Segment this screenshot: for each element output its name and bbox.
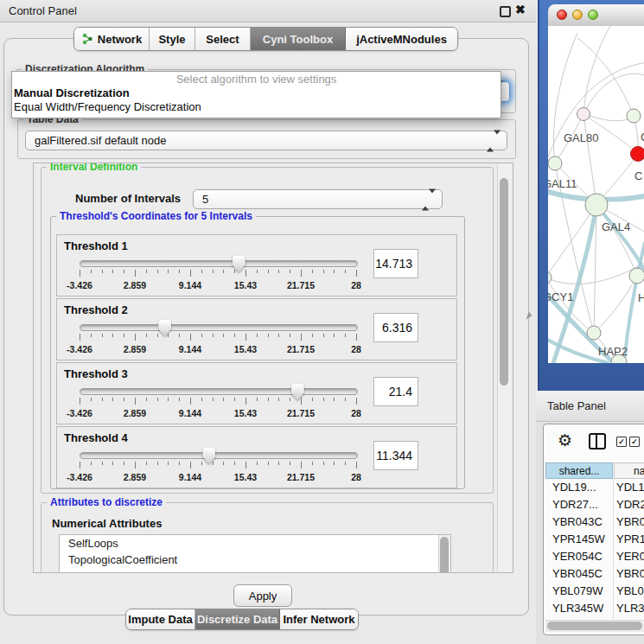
slider-thumb[interactable]: [233, 256, 245, 272]
slider-ticks: [80, 270, 356, 278]
table-row[interactable]: YBR043CYBR0: [545, 513, 644, 531]
network-view-window: GAL80GACGAL11GAL4GCY1HHAP2: [538, 0, 644, 391]
float-window-icon[interactable]: [500, 6, 511, 17]
threshold-2-slider[interactable]: -3.4262.8599.14415.4321.71528: [80, 320, 356, 358]
table-data-combo[interactable]: galFiltered.sif default node: [25, 131, 507, 150]
combo-stepper-icon: [487, 134, 501, 147]
table-row[interactable]: YBR045CYBR0: [545, 565, 644, 583]
close-traffic-light[interactable]: [557, 10, 567, 20]
network-tab-icon: [81, 33, 93, 45]
slider-thumb[interactable]: [291, 384, 304, 400]
table-panel-title: Table Panel: [547, 399, 606, 412]
list-item[interactable]: BetweennessCentrality: [60, 568, 450, 573]
tab-discretize-data[interactable]: Discretize Data: [195, 609, 280, 629]
threshold-label: Threshold 1: [64, 239, 128, 252]
slider-track[interactable]: [80, 260, 358, 267]
minimize-traffic-light[interactable]: [572, 10, 583, 20]
list-item[interactable]: SelfLoops: [60, 535, 450, 552]
slider-tick-labels: -3.4262.8599.14415.4321.71528: [80, 408, 356, 418]
tab-network[interactable]: Network: [74, 28, 150, 50]
popup-placeholder: Select algorithm to view settings: [12, 72, 501, 86]
number-of-intervals-combo[interactable]: 5: [193, 189, 443, 209]
gear-icon[interactable]: ⚙: [558, 431, 572, 450]
slider-tick-labels: -3.4262.8599.14415.4321.71528: [80, 472, 356, 482]
thresholds-group: Threshold's Coordinates for 5 Intervals …: [50, 216, 465, 489]
svg-text:GAL11: GAL11: [548, 177, 577, 190]
threshold-3-value[interactable]: 21.4: [373, 377, 418, 406]
tab-style[interactable]: Style: [150, 28, 195, 50]
network-window-titlebar[interactable]: [548, 4, 644, 27]
table-row[interactable]: YDL19...YDL1: [545, 479, 644, 496]
close-icon[interactable]: ✖: [515, 3, 526, 16]
screen: Control Panel ✖ Network Style Select Cyn…: [0, 0, 644, 644]
table-row[interactable]: YBL079WYBL0: [545, 583, 644, 600]
thresholds-title: Threshold's Coordinates for 5 Intervals: [56, 210, 256, 222]
threshold-2-value[interactable]: 6.316: [373, 313, 418, 342]
checkbox-icon[interactable]: ✓: [629, 437, 640, 447]
table-row[interactable]: YER054CYER0: [545, 548, 644, 565]
table-panel-section: Table Panel ⚙ ✓ ✓ shared... na YDL19...Y…: [536, 391, 644, 644]
panel-title: Control Panel: [9, 4, 77, 17]
table-data-group: Table Data galFiltered.sif default node: [17, 119, 516, 159]
threshold-1-slider[interactable]: -3.4262.8599.14415.4321.71528: [80, 256, 356, 294]
slider-track[interactable]: [80, 324, 358, 331]
table-row[interactable]: YPR145WYPR1: [545, 531, 644, 548]
table-row[interactable]: YLR345WYLR3: [545, 600, 644, 617]
viewport-scrollbar[interactable]: [497, 164, 511, 571]
algorithm-dropdown-popup: Select algorithm to view settings Manual…: [11, 71, 501, 118]
slider-tick-labels: -3.4262.8599.14415.4321.71528: [80, 280, 356, 290]
threshold-row-2: Threshold 2 -3.4262.8599.14415.4321.7152…: [56, 298, 457, 360]
threshold-3-slider[interactable]: -3.4262.8599.14415.4321.71528: [80, 384, 356, 422]
top-tab-bar: Network Style Select Cyni Toolbox jActiv…: [73, 27, 458, 51]
checkbox-icon[interactable]: ✓: [616, 437, 627, 447]
tab-infer-network[interactable]: Infer Network: [280, 609, 358, 629]
popup-option-manual[interactable]: Manual Discretization: [12, 86, 501, 100]
threshold-4-slider[interactable]: -3.4262.8599.14415.4321.71528: [80, 448, 356, 486]
tab-select[interactable]: Select: [195, 28, 251, 50]
threshold-label: Threshold 2: [64, 303, 128, 316]
svg-text:GAL4: GAL4: [602, 220, 630, 233]
threshold-label: Threshold 4: [64, 431, 128, 444]
slider-thumb[interactable]: [202, 448, 215, 464]
slider-ticks: [80, 462, 356, 470]
list-scrollbar[interactable]: [438, 535, 450, 573]
tab-impute-data[interactable]: Impute Data: [126, 609, 195, 629]
interval-definition-group: Interval Definition Number of Intervals …: [41, 167, 494, 494]
svg-text:HAP2: HAP2: [598, 345, 628, 358]
slider-track[interactable]: [80, 452, 358, 459]
threshold-row-4: Threshold 4 -3.4262.8599.14415.4321.7152…: [56, 426, 457, 488]
table-panel-box: ⚙ ✓ ✓ shared... na YDL19...YDL1 YDR27...…: [543, 424, 644, 635]
control-panel-titlebar: Control Panel: [0, 0, 536, 22]
slider-ticks: [80, 398, 356, 406]
column-header-shared-name[interactable]: shared...: [545, 462, 613, 479]
horizontal-scrollbar[interactable]: [545, 620, 644, 632]
svg-text:GA: GA: [641, 131, 644, 143]
slider-tick-labels: -3.4262.8599.14415.4321.71528: [80, 344, 356, 354]
network-canvas[interactable]: GAL80GACGAL11GAL4GCY1HHAP2: [548, 26, 644, 363]
threshold-row-3: Threshold 3 -3.4262.8599.14415.4321.7152…: [56, 362, 457, 424]
list-item[interactable]: TopologicalCoefficient: [60, 552, 450, 568]
threshold-1-value[interactable]: 14.713: [373, 249, 418, 278]
threshold-4-value[interactable]: 11.344: [373, 441, 418, 470]
column-header-name[interactable]: na: [614, 462, 644, 479]
slider-thumb[interactable]: [158, 320, 171, 336]
apply-button[interactable]: Apply: [233, 584, 292, 607]
table-row[interactable]: YDR27...YDR2: [545, 496, 644, 513]
split-columns-icon[interactable]: [589, 433, 606, 450]
zoom-traffic-light[interactable]: [588, 10, 598, 20]
interval-definition-title: Interval Definition: [47, 163, 141, 173]
tab-cyni-toolbox[interactable]: Cyni Toolbox: [251, 28, 346, 50]
svg-text:GAL80: GAL80: [564, 131, 598, 144]
bottom-tab-bar: Impute Data Discretize Data Infer Networ…: [125, 609, 359, 630]
svg-text:GCY1: GCY1: [548, 290, 573, 303]
attributes-title: Attributes to discretize: [47, 496, 166, 508]
combo-stepper-icon: [422, 193, 436, 206]
slider-ticks: [80, 334, 356, 342]
numerical-attributes-list[interactable]: SelfLoops TopologicalCoefficient Between…: [59, 534, 451, 573]
slider-track[interactable]: [80, 388, 358, 395]
threshold-row-1: Threshold 1 -3.4262.8599.14415.4321.7152…: [56, 234, 457, 296]
svg-text:H: H: [638, 291, 644, 304]
tab-jactivemnodules[interactable]: jActiveMNodules: [346, 28, 457, 50]
popup-option-equal-width[interactable]: Equal Width/Frequency Discretization: [12, 100, 501, 114]
numerical-attributes-label: Numerical Attributes: [52, 517, 162, 530]
